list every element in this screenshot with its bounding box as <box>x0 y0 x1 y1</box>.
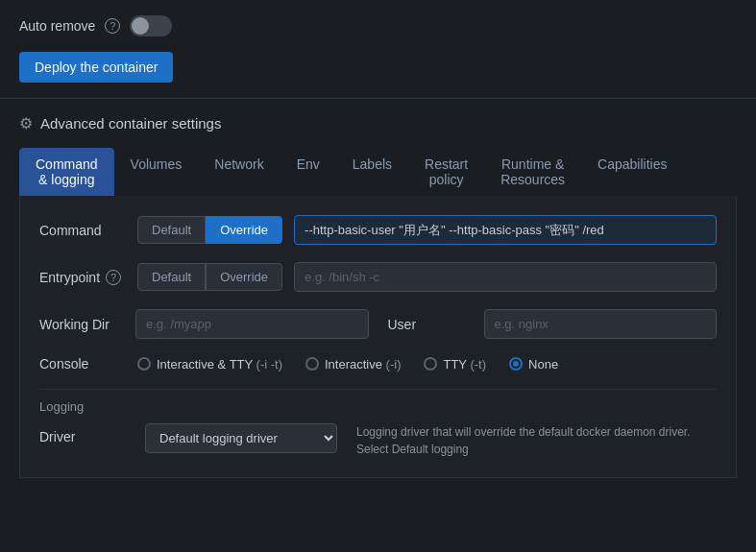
logging-section: Logging Driver Default logging driver Lo… <box>39 389 717 458</box>
command-input[interactable] <box>294 215 717 245</box>
advanced-container-settings: ⚙ Advanced container settings Command& l… <box>0 99 756 478</box>
driver-label: Driver <box>39 423 126 444</box>
entrypoint-label: Entrypoint ? <box>39 270 126 285</box>
user-label: User <box>388 317 475 332</box>
tab-restart-policy[interactable]: Restartpolicy <box>408 148 484 196</box>
entrypoint-override-btn[interactable]: Override <box>206 263 282 291</box>
tab-command-logging[interactable]: Command& logging <box>19 148 114 196</box>
interactive-tty-label: Interactive & TTY (-i -t) <box>157 357 282 372</box>
auto-remove-toggle[interactable] <box>130 15 172 36</box>
command-label: Command <box>39 223 126 238</box>
tab-content: Command Default Override Entrypoint ? De… <box>19 196 737 478</box>
auto-remove-help-icon[interactable]: ? <box>105 18 120 34</box>
entrypoint-row: Entrypoint ? Default Override <box>39 262 717 292</box>
entrypoint-input[interactable] <box>294 262 717 292</box>
command-default-btn[interactable]: Default <box>137 216 206 244</box>
auto-remove-row: Auto remove ? <box>19 15 737 36</box>
gear-icon: ⚙ <box>19 114 33 132</box>
interactive-label: Interactive (-i) <box>325 357 401 372</box>
working-dir-input[interactable] <box>135 309 369 339</box>
working-dir-user-row: Working Dir User <box>39 309 717 339</box>
tab-runtime-resources[interactable]: Runtime &Resources <box>484 148 581 196</box>
driver-description: Logging driver that will override the de… <box>356 423 717 458</box>
entrypoint-help-icon[interactable]: ? <box>106 270 121 285</box>
tab-volumes[interactable]: Volumes <box>114 148 199 196</box>
command-override-btn[interactable]: Override <box>206 216 282 244</box>
entrypoint-btn-group: Default Override <box>137 263 282 291</box>
advanced-title: ⚙ Advanced container settings <box>19 114 737 132</box>
working-dir-field: Working Dir <box>39 309 369 339</box>
user-field: User <box>388 309 718 339</box>
top-section: Auto remove ? Deploy the container <box>0 0 756 99</box>
console-row: Console Interactive & TTY (-i -t) Intera… <box>39 356 717 372</box>
console-none[interactable]: None <box>509 357 558 372</box>
logging-title: Logging <box>39 399 717 414</box>
driver-row: Driver Default logging driver Logging dr… <box>39 423 717 458</box>
console-interactive-tty[interactable]: Interactive & TTY (-i -t) <box>137 357 282 372</box>
console-label: Console <box>39 356 126 372</box>
tty-label: TTY (-t) <box>443 357 486 372</box>
console-interactive[interactable]: Interactive (-i) <box>305 357 401 372</box>
tab-env[interactable]: Env <box>280 148 336 196</box>
radio-interactive-circle <box>305 357 319 371</box>
console-radio-group: Interactive & TTY (-i -t) Interactive (-… <box>137 357 558 372</box>
driver-select[interactable]: Default logging driver <box>145 423 337 453</box>
console-tty[interactable]: TTY (-t) <box>424 357 486 372</box>
advanced-title-text: Advanced container settings <box>40 115 221 132</box>
none-label: None <box>528 357 558 372</box>
tab-network[interactable]: Network <box>198 148 280 196</box>
command-row: Command Default Override <box>39 215 717 245</box>
tab-capabilities[interactable]: Capabilities <box>581 148 683 196</box>
deploy-container-button[interactable]: Deploy the container <box>19 52 173 83</box>
tabs-row: Command& logging Volumes Network Env Lab… <box>19 148 737 196</box>
command-btn-group: Default Override <box>137 216 282 244</box>
radio-interactive-tty-circle <box>137 357 151 371</box>
entrypoint-default-btn[interactable]: Default <box>137 263 206 291</box>
radio-none-circle <box>509 357 523 371</box>
auto-remove-label: Auto remove <box>19 18 95 34</box>
working-dir-label: Working Dir <box>39 317 126 332</box>
tab-labels[interactable]: Labels <box>336 148 408 196</box>
user-input[interactable] <box>484 309 718 339</box>
radio-tty-circle <box>424 357 437 371</box>
